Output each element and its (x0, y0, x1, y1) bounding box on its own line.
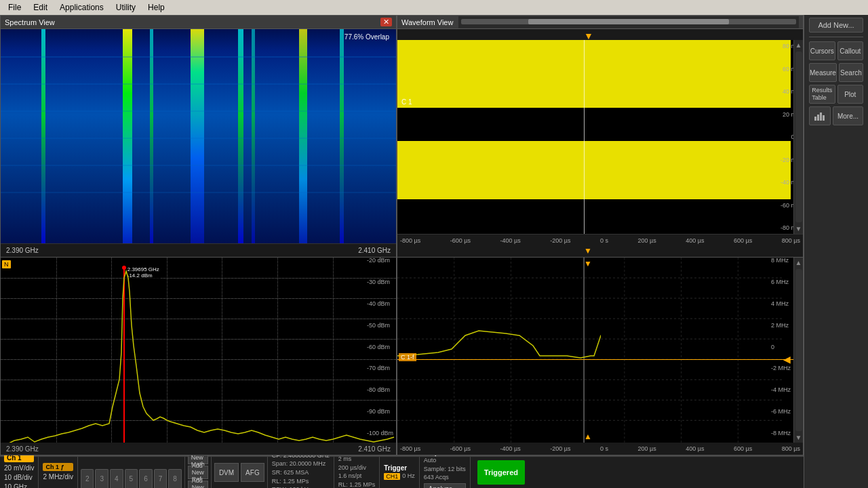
time-0: 0 s (600, 237, 608, 244)
spectrum-icon-button[interactable] (809, 106, 831, 125)
svg-rect-0 (41, 29, 45, 243)
svg-rect-1 (123, 29, 132, 243)
afg-button[interactable]: AFG (241, 463, 264, 482)
cursor-vertical (584, 40, 585, 234)
time-600: 600 µs (734, 237, 752, 244)
ch-tab-6[interactable]: 6 (139, 469, 153, 488)
trigger-bottom-marker: ▼ (584, 246, 592, 256)
add-new-bus-button[interactable]: AddNewBus (188, 481, 208, 488)
callout-button[interactable]: Callout (837, 41, 864, 60)
trigger-ch-row: CH1 0 Hz (384, 472, 415, 481)
svg-rect-9 (1, 83, 396, 85)
spectrum-trace-svg (1, 258, 396, 443)
ch-tab-2[interactable]: 2 (81, 469, 94, 488)
ch1-volt: 20 mV/div (4, 464, 34, 473)
ch-tab-7[interactable]: 7 (154, 469, 167, 488)
osc-y-2: 2 MHz (771, 322, 791, 329)
spectrum-sr: SR: 625 MSA (272, 468, 330, 477)
sp-y-n80: -80 dBm (367, 386, 393, 393)
waveform-view: Waveform View ▼ C 1 (397, 15, 804, 258)
sp-ch1-badge: N (2, 260, 11, 268)
time-n400: -400 µs (500, 237, 520, 244)
ch-tab-3[interactable]: 3 (95, 469, 108, 488)
menu-file[interactable]: File (3, 1, 26, 14)
cursors-button[interactable]: Cursors (809, 41, 835, 60)
spectrum-icon (814, 110, 826, 122)
add-new-button[interactable]: Add New... (809, 18, 863, 33)
osc-t-n600: -600 µs (450, 445, 471, 452)
spectrum-span: Span: 20.0000 MHz (272, 460, 330, 468)
horiz-timebase: 2 ms (338, 455, 376, 464)
menu-utility[interactable]: Utility (111, 1, 141, 14)
osc-t-n200: -200 µs (550, 445, 570, 452)
waterfall-svg (1, 29, 396, 243)
time-400: 400 µs (686, 237, 704, 244)
osc-y-6: 6 MHz (771, 279, 791, 285)
plot-button[interactable]: Plot (837, 85, 864, 104)
waveform-content: C 1 80 mV 60 mV 40 mV 20 mV 0 V -20 mV -… (397, 40, 803, 234)
spectrum-freq-right: 2.410 GHz (358, 247, 391, 254)
menu-applications[interactable]: Applications (54, 1, 109, 14)
waveform-vscroll[interactable]: ▲ ▼ (793, 40, 803, 234)
sp-y-n100: -100 dBm (367, 430, 393, 436)
scroll-up-arrow[interactable]: ▲ (794, 40, 803, 50)
osc-vscroll[interactable]: ▲ ▼ (793, 258, 803, 443)
osc-y-n4: -4 MHz (771, 386, 791, 393)
osc-y-n8: -8 MHz (771, 430, 791, 436)
time-200: 200 µs (637, 237, 656, 244)
triggered-button[interactable]: Triggered (477, 460, 525, 485)
svg-rect-12 (1, 165, 396, 166)
waveform-yellow-bottom (397, 141, 791, 199)
measure-button[interactable]: Measure (809, 63, 837, 82)
waveform-title: Waveform View (401, 18, 453, 26)
spectrum-titlebar: Spectrum View ✕ (1, 16, 396, 29)
left-panel: Spectrum View ✕ 77.6% Overlap (0, 15, 804, 488)
osc-y-8: 8 MHz (771, 257, 791, 264)
svg-rect-28 (814, 117, 816, 121)
spectrum-plot: -20 dBm -30 dBm -40 dBm -50 dBm -60 dBm … (0, 258, 397, 455)
acq-mode: Auto (424, 456, 466, 465)
ch-tab-4[interactable]: 4 (110, 469, 123, 488)
waveform-scrollbar-area[interactable] (458, 16, 799, 28)
osc-t-400: 400 µs (686, 445, 704, 452)
ch-tab-5[interactable]: 5 (125, 469, 138, 488)
search-button[interactable]: Search (839, 63, 863, 82)
osc-scroll-down[interactable]: ▼ (794, 432, 804, 443)
spectrum-y-axis: -20 dBm -30 dBm -40 dBm -50 dBm -60 dBm … (367, 258, 393, 443)
spectrum-close-button[interactable]: ✕ (380, 18, 392, 26)
osc-scroll-up[interactable]: ▲ (794, 258, 804, 268)
time-n200: -200 µs (550, 237, 570, 244)
scroll-down-arrow[interactable]: ▼ (794, 224, 803, 234)
rp-results-plot-row: Results Table Plot (809, 85, 863, 104)
dvm-button[interactable]: DVM (214, 463, 239, 482)
ch1f-badge: Ch 1 ƒ (43, 463, 73, 471)
triggered-section: Triggered (473, 457, 529, 488)
more-button[interactable]: More... (833, 106, 863, 125)
waveform-yellow-top (397, 40, 791, 108)
spectrum-rl: RL: 1.25 MPs (272, 477, 330, 486)
scroll-thumb[interactable] (528, 19, 729, 24)
ch1f-mhz: 2 MHz/div (43, 472, 73, 482)
osc-scroll-track[interactable] (795, 269, 802, 431)
waterfall-display: 77.6% Overlap (1, 29, 396, 243)
spectrum-title: Spectrum View (5, 18, 55, 26)
right-panel: Add New... Cursors Callout Measure Searc… (804, 15, 868, 488)
menu-help[interactable]: Help (142, 1, 170, 14)
svg-rect-3 (191, 29, 204, 243)
osc-y-n2: -2 MHz (771, 365, 791, 371)
waveform-time-axis: -800 µs -600 µs -400 µs -200 µs 0 s 200 … (397, 234, 803, 246)
results-table-button[interactable]: Results Table (809, 85, 835, 104)
osc-cursor-label: C 1-f (399, 353, 416, 361)
acq-sample: Sample: 12 bits (424, 465, 466, 474)
waveform-scroll[interactable] (461, 19, 796, 24)
osc-content: C 1-f ◀ 8 MHz 6 MHz 4 MHz 2 MHz 0 -2 MHz… (397, 258, 803, 443)
osc-t-n800: -800 µs (400, 445, 420, 452)
scroll-track[interactable] (795, 52, 802, 222)
analyze-button[interactable]: Analyze (424, 483, 466, 488)
osc-t-n400: -400 µs (500, 445, 520, 452)
ch-tab-8[interactable]: 8 (168, 469, 182, 488)
trigger-title: Trigger (384, 464, 415, 472)
waveform-ch-label: C 1 (401, 98, 412, 106)
menu-edit[interactable]: Edit (28, 1, 53, 14)
time-n600: -600 µs (450, 237, 471, 244)
